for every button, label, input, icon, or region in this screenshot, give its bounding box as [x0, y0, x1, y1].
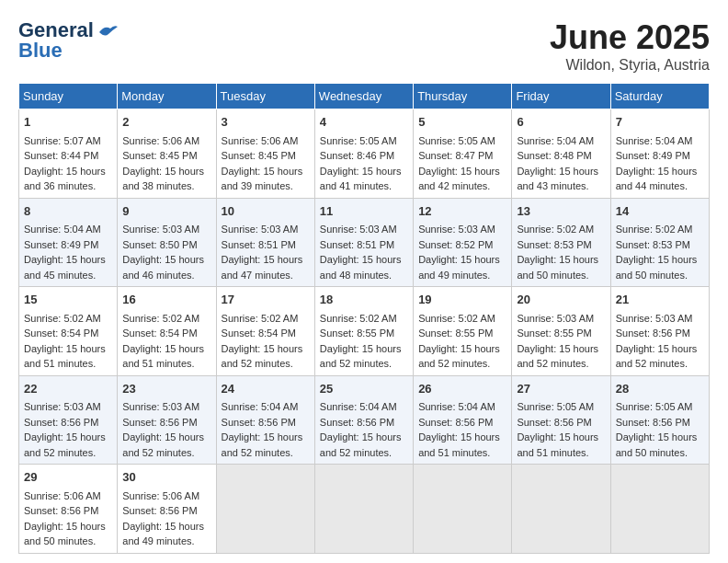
day-number: 21: [616, 291, 704, 309]
day-cell: 12 Sunrise: 5:03 AM Sunset: 8:52 PM Dayl…: [414, 198, 512, 287]
sunrise-label: Sunrise: 5:03 AM: [122, 224, 199, 235]
sunrise-label: Sunrise: 5:03 AM: [320, 224, 397, 235]
sunrise-label: Sunrise: 5:03 AM: [222, 224, 299, 235]
sunset-label: Sunset: 8:48 PM: [517, 150, 591, 161]
daylight-label: Daylight: 15 hours and 47 minutes.: [222, 254, 303, 281]
day-number: 19: [418, 291, 506, 309]
day-number: 25: [320, 380, 408, 398]
day-cell: 7 Sunrise: 5:04 AM Sunset: 8:49 PM Dayli…: [610, 109, 709, 199]
day-cell: 2 Sunrise: 5:06 AM Sunset: 8:45 PM Dayli…: [118, 109, 216, 199]
day-cell: 19 Sunrise: 5:02 AM Sunset: 8:55 PM Dayl…: [414, 287, 512, 376]
sunrise-label: Sunrise: 5:04 AM: [222, 401, 299, 412]
calendar-title: June 2025: [550, 18, 710, 57]
day-cell: 14 Sunrise: 5:02 AM Sunset: 8:53 PM Dayl…: [610, 198, 709, 287]
day-cell: 4 Sunrise: 5:05 AM Sunset: 8:46 PM Dayli…: [314, 109, 413, 199]
sunrise-label: Sunrise: 5:05 AM: [616, 401, 693, 412]
sunset-label: Sunset: 8:56 PM: [222, 417, 296, 428]
day-number: 2: [122, 113, 210, 132]
day-number: 24: [222, 380, 310, 398]
day-number: 1: [24, 113, 112, 132]
day-number: 4: [320, 113, 408, 132]
sunset-label: Sunset: 8:46 PM: [320, 150, 394, 161]
sunset-label: Sunset: 8:56 PM: [320, 417, 394, 428]
col-thursday: Thursday: [414, 84, 512, 109]
sunset-label: Sunset: 8:51 PM: [320, 239, 394, 250]
col-monday: Monday: [118, 84, 216, 109]
daylight-label: Daylight: 15 hours and 51 minutes.: [517, 431, 598, 458]
daylight-label: Daylight: 15 hours and 43 minutes.: [517, 166, 598, 192]
day-number: 13: [517, 202, 605, 221]
day-number: 8: [24, 202, 112, 221]
empty-cell: [512, 465, 610, 554]
day-cell: 10 Sunrise: 5:03 AM Sunset: 8:51 PM Dayl…: [216, 198, 314, 287]
sunset-label: Sunset: 8:55 PM: [320, 327, 394, 339]
sunset-label: Sunset: 8:56 PM: [616, 327, 690, 339]
daylight-label: Daylight: 15 hours and 52 minutes.: [320, 343, 402, 370]
daylight-label: Daylight: 15 hours and 52 minutes.: [222, 431, 303, 458]
col-tuesday: Tuesday: [216, 84, 314, 109]
col-wednesday: Wednesday: [314, 84, 413, 109]
daylight-label: Daylight: 15 hours and 52 minutes.: [320, 431, 402, 458]
sunset-label: Sunset: 8:50 PM: [122, 239, 197, 250]
sunrise-label: Sunrise: 5:03 AM: [616, 313, 693, 324]
day-number: 23: [122, 380, 210, 398]
day-cell: 15 Sunrise: 5:02 AM Sunset: 8:54 PM Dayl…: [19, 287, 118, 376]
sunrise-label: Sunrise: 5:06 AM: [24, 490, 101, 501]
daylight-label: Daylight: 15 hours and 52 minutes.: [517, 343, 598, 370]
day-cell: 29 Sunrise: 5:06 AM Sunset: 8:56 PM Dayl…: [19, 465, 118, 554]
sunrise-label: Sunrise: 5:02 AM: [222, 313, 299, 324]
day-number: 26: [418, 380, 506, 398]
daylight-label: Daylight: 15 hours and 49 minutes.: [122, 521, 204, 547]
day-cell: 20 Sunrise: 5:03 AM Sunset: 8:55 PM Dayl…: [512, 287, 610, 376]
sunset-label: Sunset: 8:44 PM: [24, 150, 98, 161]
daylight-label: Daylight: 15 hours and 51 minutes.: [24, 343, 106, 370]
day-cell: 17 Sunrise: 5:02 AM Sunset: 8:54 PM Dayl…: [216, 287, 314, 376]
sunrise-label: Sunrise: 5:04 AM: [320, 401, 397, 412]
sunrise-label: Sunrise: 5:02 AM: [418, 313, 495, 324]
daylight-label: Daylight: 15 hours and 50 minutes.: [24, 521, 106, 547]
empty-cell: [414, 465, 512, 554]
empty-cell: [314, 465, 413, 554]
daylight-label: Daylight: 15 hours and 44 minutes.: [616, 166, 698, 192]
daylight-label: Daylight: 15 hours and 39 minutes.: [222, 166, 303, 192]
day-cell: 26 Sunrise: 5:04 AM Sunset: 8:56 PM Dayl…: [414, 375, 512, 465]
calendar-subtitle: Wildon, Styria, Austria: [550, 57, 710, 74]
day-number: 5: [418, 113, 506, 132]
sunset-label: Sunset: 8:45 PM: [222, 150, 296, 161]
daylight-label: Daylight: 15 hours and 42 minutes.: [418, 166, 500, 192]
sunrise-label: Sunrise: 5:04 AM: [418, 401, 495, 412]
sunset-label: Sunset: 8:56 PM: [616, 417, 690, 428]
sunset-label: Sunset: 8:56 PM: [122, 505, 197, 516]
day-number: 22: [24, 380, 112, 398]
sunset-label: Sunset: 8:54 PM: [222, 327, 296, 339]
day-cell: 27 Sunrise: 5:05 AM Sunset: 8:56 PM Dayl…: [512, 375, 610, 465]
table-row: 8 Sunrise: 5:04 AM Sunset: 8:49 PM Dayli…: [19, 198, 710, 287]
daylight-label: Daylight: 15 hours and 45 minutes.: [24, 254, 106, 281]
day-cell: 23 Sunrise: 5:03 AM Sunset: 8:56 PM Dayl…: [118, 375, 216, 465]
sunrise-label: Sunrise: 5:05 AM: [418, 135, 495, 146]
day-cell: 21 Sunrise: 5:03 AM Sunset: 8:56 PM Dayl…: [610, 287, 709, 376]
daylight-label: Daylight: 15 hours and 51 minutes.: [122, 343, 204, 370]
sunset-label: Sunset: 8:52 PM: [418, 239, 493, 250]
day-number: 18: [320, 291, 408, 309]
day-number: 16: [122, 291, 210, 309]
empty-cell: [216, 465, 314, 554]
sunrise-label: Sunrise: 5:02 AM: [320, 313, 397, 324]
daylight-label: Daylight: 15 hours and 49 minutes.: [418, 254, 500, 281]
day-number: 9: [122, 202, 210, 221]
sunset-label: Sunset: 8:49 PM: [24, 239, 98, 250]
day-cell: 6 Sunrise: 5:04 AM Sunset: 8:48 PM Dayli…: [512, 109, 610, 199]
sunrise-label: Sunrise: 5:04 AM: [616, 135, 693, 146]
calendar-header: Sunday Monday Tuesday Wednesday Thursday…: [19, 84, 710, 109]
day-number: 17: [222, 291, 310, 309]
sunset-label: Sunset: 8:54 PM: [122, 327, 197, 339]
daylight-label: Daylight: 15 hours and 50 minutes.: [616, 431, 698, 458]
day-number: 6: [517, 113, 605, 132]
daylight-label: Daylight: 15 hours and 52 minutes.: [418, 343, 500, 370]
day-cell: 11 Sunrise: 5:03 AM Sunset: 8:51 PM Dayl…: [314, 198, 413, 287]
sunrise-label: Sunrise: 5:04 AM: [517, 135, 594, 146]
sunrise-label: Sunrise: 5:05 AM: [517, 401, 594, 412]
day-cell: 3 Sunrise: 5:06 AM Sunset: 8:45 PM Dayli…: [216, 109, 314, 199]
page-header: General Blue June 2025 Wildon, Styria, A…: [18, 18, 710, 74]
daylight-label: Daylight: 15 hours and 48 minutes.: [320, 254, 402, 281]
